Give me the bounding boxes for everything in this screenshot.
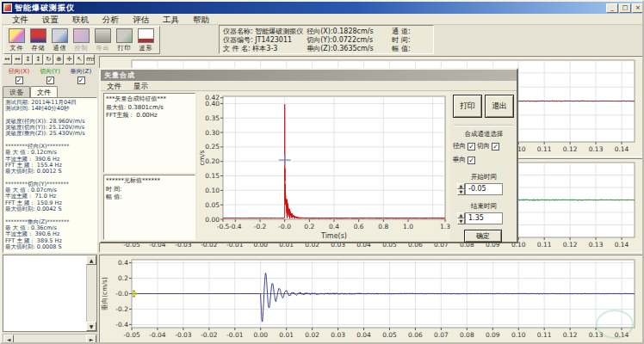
vector-window-titlebar[interactable]: 矢量合成 [101,70,517,81]
svg-text:垂向(cm/s): 垂向(cm/s) [101,277,108,311]
watermark [596,310,634,339]
svg-text:-0.02: -0.02 [201,331,218,339]
vector-menu-file[interactable]: 文件 [101,81,127,90]
svg-text:0.2: 0.2 [304,223,314,230]
channel-vertical-label: 垂向(Z) [71,67,91,76]
instrument-identity: 仪器名称: 智能爆破测振仪 仪器编号: JT1423011 文 件 名: 样本3… [223,28,307,52]
vertical-scrollbar[interactable]: ▲ ▼ [86,255,96,331]
svg-text:-0.0: -0.0 [115,290,128,298]
communication-icon [52,28,68,43]
channel-tangential-label: 切向(Y) [40,67,60,76]
units-icon[interactable]: ms [85,54,95,64]
svg-text:1.3: 1.3 [440,223,450,230]
menu-online[interactable]: 联机 [65,14,96,25]
svg-text:0.11: 0.11 [537,145,552,153]
zoom-icon[interactable]: ⊕ [54,54,64,64]
end-time-up-icon[interactable]: ▲ [457,212,465,218]
end-time-value[interactable]: 1.35 [465,212,503,224]
tab-device[interactable]: 设备 [3,86,30,97]
svg-text:0.4: 0.4 [118,259,128,267]
channel-select-title: 合成通道选择 [452,130,516,138]
close-button[interactable]: × [632,3,644,13]
scroll-up-icon[interactable]: ▲ [86,255,96,265]
start-time-up-icon[interactable]: ▲ [457,183,465,189]
horizontal-scrollbar[interactable]: ◄ ► [3,334,97,344]
vector-menu-display[interactable]: 显示 [127,81,154,90]
toolbar: 文件 存储 通信 控制 导出 打印 波形 仪器名称: 智能爆破测振仪 仪器编号:… [2,25,644,55]
toolbar-export-button[interactable]: 导出 [92,28,114,53]
refresh-icon[interactable]: ↻ [44,54,53,64]
channel-radial-checkbox[interactable]: ✓ [15,77,23,84]
minimize-button[interactable]: _ [606,3,618,13]
svg-text:-0.0: -0.0 [278,223,291,230]
select-vertical-checkbox[interactable]: ✓ [468,157,475,164]
vector-control-panel: 打印 退出 合成通道选择 径向 ✓ 切向 ✓ 垂向 ✓ 开始时间 ▲▼ -0.0… [452,92,516,241]
svg-text:0.2: 0.2 [118,274,128,282]
h-expand-icon[interactable]: ↔ [3,54,12,64]
channel-vertical-checkbox[interactable]: ✓ [77,77,85,84]
menu-help[interactable]: 帮助 [186,14,216,25]
start-time-down-icon[interactable]: ▼ [457,189,465,195]
toolbar-control-button[interactable]: 控制 [71,28,92,53]
title-bar[interactable]: 智能爆破测振仪 _ □ × [2,2,644,14]
pan-icon[interactable]: ✛ [65,54,74,64]
svg-text:0.11: 0.11 [537,241,552,249]
select-vertical-row: 垂向 ✓ [453,156,475,164]
toolbar-file-button[interactable]: 文件 [6,28,28,53]
svg-text:0.04: 0.04 [356,331,371,339]
channel-tangential-checkbox[interactable]: ✓ [46,77,54,84]
scroll-left-icon[interactable]: ◄ [3,335,14,343]
end-time-label: 结束时间 [452,202,516,211]
vector-synthesis-window: 矢量合成 文件 显示 ***矢量合成特征值*** 最大值: 0.3801cm/s… [99,68,518,243]
app-window: 智能爆破测振仪 _ □ × 文件 设置 联机 分析 评估 工具 帮助 文件 存储… [0,0,644,344]
channel-tangential: 切向(Y) ✓ [35,67,65,85]
select-icon[interactable]: ↖ [75,54,84,64]
h-shrink-icon[interactable]: ↔ [13,54,22,64]
svg-text:0.03: 0.03 [331,331,345,339]
menu-file[interactable]: 文件 [5,14,35,25]
channel-radial: 径向(X) ✓ [4,67,34,85]
menu-tools[interactable]: 工具 [156,14,186,25]
channel-radial-label: 径向(X) [9,67,29,76]
vector-synthesis-chart[interactable]: -0.5-0.4-0.2-0.00.20.40.60.81.01.30.420.… [197,92,450,240]
svg-text:0.00: 0.00 [205,216,220,224]
svg-text:0.13: 0.13 [589,145,604,153]
confirm-button[interactable]: 确定 [464,230,502,243]
svg-text:0.8: 0.8 [378,223,388,230]
toolbar-waveform-button[interactable]: 波形 [135,28,157,53]
svg-text:-0.03: -0.03 [175,331,192,339]
scroll-right-icon[interactable]: ► [86,335,96,343]
svg-text:0.12: 0.12 [563,241,578,249]
select-radial-checkbox[interactable]: ✓ [468,143,475,150]
start-time-spinner: ▲▼ -0.05 [457,183,503,195]
menu-evaluate[interactable]: 评估 [126,14,156,25]
v-shrink-icon[interactable]: ↕ [34,54,43,64]
cursor-value-box: ******光标值****** 时 间: 幅 值: [103,175,195,240]
print-button[interactable]: 打印 [453,95,482,118]
end-time-down-icon[interactable]: ▼ [457,218,465,224]
start-time-value[interactable]: -0.05 [465,183,503,195]
svg-text:0.6: 0.6 [354,223,364,230]
svg-text:1.0: 1.0 [403,223,413,230]
svg-text:0.14: 0.14 [615,241,629,249]
svg-text:0.20: 0.20 [205,157,220,165]
toolbar-store-button[interactable]: 存储 [28,28,49,53]
select-tangential-checkbox[interactable]: ✓ [492,143,499,150]
tab-file[interactable]: 文件 [30,86,58,97]
toolbar-print-button[interactable]: 打印 [114,28,135,53]
vertical-waveform-chart[interactable]: -0.05-0.04-0.03-0.02-0.010.000.010.020.0… [99,255,644,343]
toolbar-comm-button[interactable]: 通信 [49,28,71,53]
divider [454,125,514,126]
maximize-button[interactable]: □ [619,3,631,13]
printer-icon [116,28,133,43]
menu-analysis[interactable]: 分析 [96,14,126,25]
scroll-down-icon[interactable]: ▼ [86,322,96,331]
svg-text:-0.4: -0.4 [229,223,242,230]
file-list-box[interactable]: ▲ ▼ [3,255,97,332]
menu-settings[interactable]: 设置 [35,14,65,25]
svg-text:0.13: 0.13 [589,241,604,249]
v-expand-icon[interactable]: ↕ [23,54,33,64]
app-icon[interactable] [3,3,12,12]
svg-text:0.01: 0.01 [279,331,294,339]
exit-button[interactable]: 退出 [485,95,514,118]
